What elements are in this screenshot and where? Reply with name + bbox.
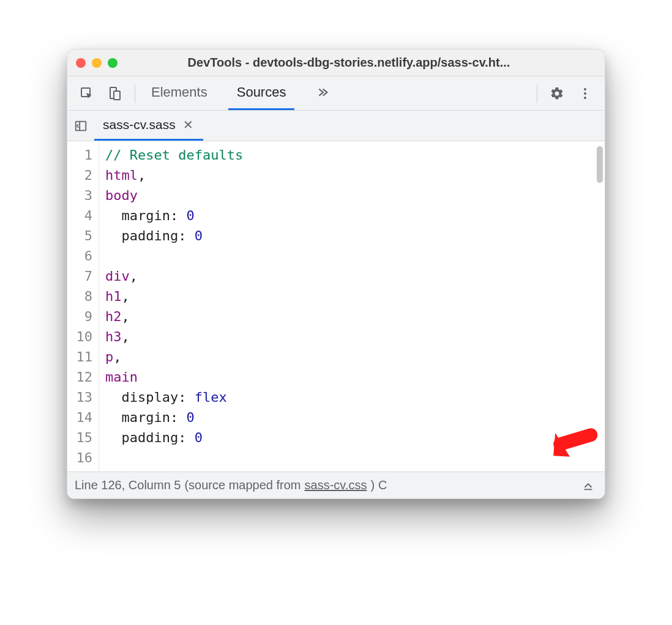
line-number: 16 — [76, 448, 92, 468]
file-tab-active[interactable]: sass-cv.sass ✕ — [94, 111, 203, 141]
code-line[interactable]: display: flex — [105, 387, 599, 407]
line-number: 14 — [76, 407, 92, 427]
maximize-window-button[interactable] — [108, 58, 118, 68]
cursor-position: Line 126, Column 5 — [75, 478, 181, 492]
line-gutter: 12345678910111213141516 — [67, 141, 99, 472]
source-mapped-prefix: (source mapped from — [184, 478, 301, 492]
code-line[interactable]: margin: 0 — [105, 407, 599, 427]
navigator-toggle-icon[interactable] — [67, 119, 94, 133]
code-line[interactable]: padding: 0 — [105, 427, 599, 448]
device-toolbar-icon[interactable] — [103, 81, 127, 106]
tab-elements[interactable]: Elements — [143, 76, 216, 110]
code-line[interactable] — [105, 246, 599, 266]
window-title: DevTools - devtools-dbg-stories.netlify.… — [126, 56, 596, 70]
code-line[interactable]: body — [105, 185, 599, 205]
line-number: 13 — [76, 387, 92, 407]
line-number: 10 — [76, 327, 92, 347]
line-number: 5 — [76, 226, 92, 246]
code-line[interactable]: main — [105, 367, 599, 387]
traffic-lights — [76, 58, 118, 68]
settings-gear-icon[interactable] — [545, 81, 569, 106]
toolbar-divider — [135, 84, 135, 103]
status-bar: Line 126, Column 5 (source mapped from s… — [67, 472, 605, 498]
code-line[interactable]: p, — [105, 347, 599, 367]
code-content[interactable]: // Reset defaultshtml,body margin: 0 pad… — [99, 141, 605, 472]
devtools-toolbar: Elements Sources — [67, 76, 605, 111]
code-line[interactable]: margin: 0 — [105, 205, 599, 226]
line-number: 6 — [76, 246, 92, 266]
drawer-toggle-icon[interactable] — [579, 479, 597, 492]
code-line[interactable]: h3, — [105, 327, 599, 347]
code-line[interactable] — [105, 448, 599, 468]
panel-tabs: Elements Sources — [143, 76, 337, 110]
code-line[interactable]: h1, — [105, 286, 599, 306]
code-line[interactable]: div, — [105, 266, 599, 286]
line-number: 4 — [76, 205, 92, 226]
scrollbar-thumb[interactable] — [597, 146, 603, 183]
minimize-window-button[interactable] — [92, 58, 102, 68]
sources-file-bar: sass-cv.sass ✕ — [67, 111, 605, 141]
code-line[interactable]: html, — [105, 165, 599, 185]
code-line[interactable]: h2, — [105, 306, 599, 327]
line-number: 12 — [76, 367, 92, 387]
code-line[interactable]: // Reset defaults — [105, 145, 599, 165]
toolbar-divider — [537, 84, 537, 103]
line-number: 11 — [76, 347, 92, 367]
close-tab-icon[interactable]: ✕ — [183, 117, 193, 132]
line-number: 1 — [76, 145, 92, 165]
status-overflow-text: C — [378, 478, 387, 492]
more-tabs-button[interactable] — [307, 76, 337, 110]
line-number: 9 — [76, 306, 92, 327]
line-number: 8 — [76, 286, 92, 306]
code-line[interactable]: padding: 0 — [105, 226, 599, 246]
tab-sources[interactable]: Sources — [228, 76, 295, 110]
line-number: 15 — [76, 427, 92, 448]
svg-point-4 — [584, 92, 586, 95]
source-mapped-link[interactable]: sass-cv.css — [305, 478, 367, 492]
window-titlebar: DevTools - devtools-dbg-stories.netlify.… — [67, 50, 605, 76]
svg-point-3 — [584, 88, 586, 91]
code-editor[interactable]: 12345678910111213141516 // Reset default… — [67, 141, 605, 472]
line-number: 3 — [76, 185, 92, 205]
svg-rect-2 — [114, 91, 120, 100]
svg-point-5 — [584, 97, 586, 99]
inspect-element-icon[interactable] — [75, 81, 99, 106]
devtools-window: DevTools - devtools-dbg-stories.netlify.… — [67, 49, 605, 499]
source-mapped-suffix: ) — [370, 478, 375, 492]
file-tab-label: sass-cv.sass — [103, 117, 176, 132]
line-number: 7 — [76, 266, 92, 286]
line-number: 2 — [76, 165, 92, 185]
close-window-button[interactable] — [76, 58, 86, 68]
more-options-icon[interactable] — [573, 81, 597, 106]
